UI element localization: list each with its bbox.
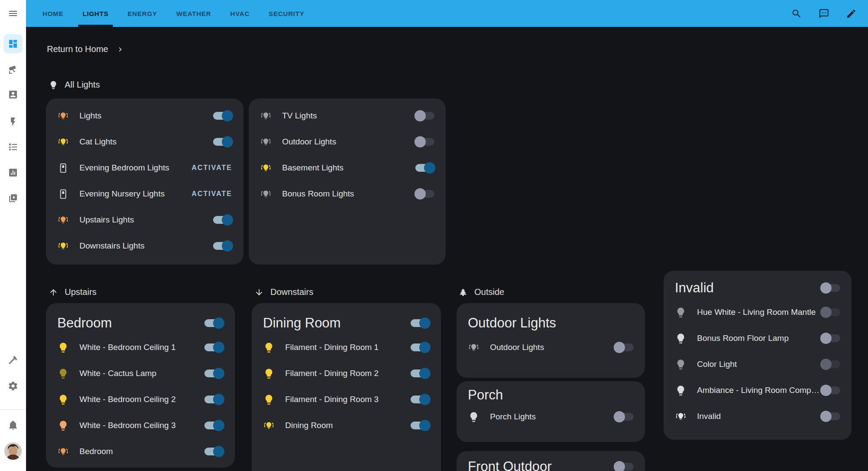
toggle-cat-lights[interactable] bbox=[213, 138, 232, 146]
return-to-home-link[interactable]: Return to Home bbox=[47, 44, 125, 54]
row-downstairs-lights[interactable]: Downstairs Lights bbox=[46, 233, 243, 259]
row-basement-lights[interactable]: Basement Lights bbox=[249, 155, 446, 181]
row-outdoor-lights[interactable]: Outdoor Lights bbox=[249, 129, 446, 155]
row-filament-dining-1[interactable]: Filament - Dining Room 1 bbox=[252, 334, 441, 360]
camera-icon[interactable] bbox=[8, 65, 18, 75]
row-bedroom-ceiling-1[interactable]: White - Bedroom Ceiling 1 bbox=[46, 334, 235, 360]
toggle-filament-dining-2[interactable] bbox=[411, 370, 430, 377]
row-tv-lights[interactable]: TV Lights bbox=[249, 103, 446, 129]
menu-icon[interactable] bbox=[8, 8, 18, 19]
return-to-home-label: Return to Home bbox=[47, 44, 108, 54]
developer-tools-icon[interactable] bbox=[8, 355, 18, 365]
toggle-cactus-lamp[interactable] bbox=[204, 370, 224, 377]
row-upstairs-lights[interactable]: Upstairs Lights bbox=[46, 207, 243, 233]
toggle-basement-lights[interactable] bbox=[415, 164, 434, 172]
assist-chat-icon[interactable] bbox=[819, 8, 829, 19]
toggle-hue-white-mantle[interactable] bbox=[821, 308, 840, 316]
row-cat-lights[interactable]: Cat Lights bbox=[46, 129, 243, 155]
row-bonus-room-lights[interactable]: Bonus Room Lights bbox=[249, 181, 446, 207]
row-label: Evening Bedroom Lights bbox=[79, 163, 191, 173]
row-bonus-room-floor-lamp[interactable]: Bonus Room Floor Lamp bbox=[664, 325, 852, 351]
toggle-filament-dining-1[interactable] bbox=[411, 343, 430, 351]
toggle-color-light[interactable] bbox=[821, 360, 840, 368]
toggle-tv-lights[interactable] bbox=[415, 112, 434, 120]
avatar[interactable] bbox=[4, 442, 22, 460]
lightbulb-icon bbox=[57, 342, 69, 353]
row-bedroom-ceiling-2[interactable]: White - Bedroom Ceiling 2 bbox=[46, 386, 235, 412]
light-group-icon bbox=[260, 136, 272, 148]
toggle-front-outdoor-all[interactable] bbox=[615, 463, 634, 471]
row-label: Upstairs Lights bbox=[79, 215, 213, 225]
card-title: Front Outdoor bbox=[468, 459, 552, 471]
light-group-icon bbox=[260, 110, 272, 122]
toggle-bonus-room-lights[interactable] bbox=[415, 190, 434, 198]
row-evening-bedroom-lights[interactable]: Evening Bedroom Lights ACTIVATE bbox=[46, 155, 243, 181]
edit-dashboard-icon[interactable] bbox=[846, 8, 857, 19]
row-label: Basement Lights bbox=[282, 163, 415, 173]
row-outdoor-lights-group[interactable]: Outdoor Lights bbox=[457, 334, 645, 360]
view-tabs: HOME LIGHTS ENERGY WEATHER HVAC SECURITY bbox=[43, 0, 304, 27]
row-filament-dining-3[interactable]: Filament - Dining Room 3 bbox=[252, 386, 441, 412]
toggle-filament-dining-3[interactable] bbox=[411, 396, 430, 403]
toggle-outdoor-lights[interactable] bbox=[415, 138, 434, 146]
light-group-icon bbox=[263, 420, 275, 432]
settings-icon[interactable] bbox=[8, 381, 18, 391]
toggle-lights[interactable] bbox=[213, 112, 232, 120]
toggle-bedroom-all[interactable] bbox=[204, 319, 224, 327]
tab-hvac[interactable]: HVAC bbox=[230, 0, 250, 27]
people-icon[interactable] bbox=[8, 89, 18, 100]
toggle-invalid-group[interactable] bbox=[821, 412, 840, 420]
row-label: Cat Lights bbox=[79, 137, 213, 147]
row-bedroom-ceiling-3[interactable]: White - Bedroom Ceiling 3 bbox=[46, 412, 235, 438]
row-color-light[interactable]: Color Light bbox=[664, 351, 852, 377]
history-icon[interactable] bbox=[8, 167, 18, 178]
row-label: Outdoor Lights bbox=[282, 137, 415, 147]
row-lights[interactable]: Lights bbox=[46, 103, 243, 129]
logbook-icon[interactable] bbox=[8, 142, 18, 152]
invalid-card: Invalid Hue White - Living Room Mantle B… bbox=[664, 271, 852, 440]
row-invalid-group[interactable]: Invalid bbox=[664, 403, 852, 429]
activate-button[interactable]: ACTIVATE bbox=[191, 164, 232, 172]
card-title: Invalid bbox=[675, 280, 714, 296]
media-icon[interactable] bbox=[8, 193, 18, 203]
tab-home[interactable]: HOME bbox=[43, 0, 63, 27]
toggle-bonus-room-floor-lamp[interactable] bbox=[821, 334, 840, 342]
toggle-dining-room-all[interactable] bbox=[411, 319, 430, 327]
toggle-bedroom-ceiling-1[interactable] bbox=[204, 343, 224, 351]
pine-tree-icon bbox=[458, 288, 468, 297]
row-filament-dining-2[interactable]: Filament - Dining Room 2 bbox=[252, 360, 441, 386]
toggle-porch-lights[interactable] bbox=[615, 413, 634, 421]
row-label: Downstairs Lights bbox=[79, 241, 213, 251]
toggle-ambiance-living-room[interactable] bbox=[821, 386, 840, 394]
energy-icon[interactable] bbox=[8, 117, 18, 127]
tab-weather[interactable]: WEATHER bbox=[176, 0, 211, 27]
toggle-outdoor-lights-group[interactable] bbox=[615, 343, 634, 351]
tab-energy[interactable]: ENERGY bbox=[128, 0, 157, 27]
toggle-bedroom-group[interactable] bbox=[204, 448, 224, 455]
tab-security[interactable]: SECURITY bbox=[269, 0, 304, 27]
row-evening-nursery-lights[interactable]: Evening Nursery Lights ACTIVATE bbox=[46, 181, 243, 207]
row-label: Hue White - Living Room Mantle bbox=[697, 307, 821, 317]
toggle-bedroom-ceiling-2[interactable] bbox=[204, 396, 224, 403]
activate-button[interactable]: ACTIVATE bbox=[191, 190, 232, 198]
row-porch-lights[interactable]: Porch Lights bbox=[457, 404, 645, 430]
all-lights-card-left: Lights Cat Lights Evening Bedroom Lights… bbox=[46, 98, 243, 265]
row-bedroom-group[interactable]: Bedroom bbox=[46, 438, 235, 464]
search-icon[interactable] bbox=[791, 8, 802, 19]
row-hue-white-mantle[interactable]: Hue White - Living Room Mantle bbox=[664, 299, 852, 325]
lightbulb-icon bbox=[57, 368, 69, 379]
row-ambiance-living-room[interactable]: Ambiance - Living Room Comp… bbox=[664, 377, 852, 403]
row-label: Filament - Dining Room 3 bbox=[285, 395, 411, 404]
tab-lights[interactable]: LIGHTS bbox=[82, 0, 108, 27]
toggle-invalid-all[interactable] bbox=[821, 284, 840, 292]
toggle-downstairs-lights[interactable] bbox=[213, 242, 232, 250]
notifications-icon[interactable] bbox=[8, 420, 18, 430]
row-cactus-lamp[interactable]: White - Cactus Lamp bbox=[46, 360, 235, 386]
toggle-bedroom-ceiling-3[interactable] bbox=[204, 422, 224, 429]
all-lights-card-right: TV Lights Outdoor Lights Basement Lights… bbox=[249, 98, 446, 265]
card-title: Bedroom bbox=[57, 315, 112, 331]
row-dining-room-group[interactable]: Dining Room bbox=[252, 412, 441, 438]
dashboard-icon[interactable] bbox=[8, 39, 18, 49]
toggle-upstairs-lights[interactable] bbox=[213, 216, 232, 224]
toggle-dining-room-group[interactable] bbox=[411, 422, 430, 429]
